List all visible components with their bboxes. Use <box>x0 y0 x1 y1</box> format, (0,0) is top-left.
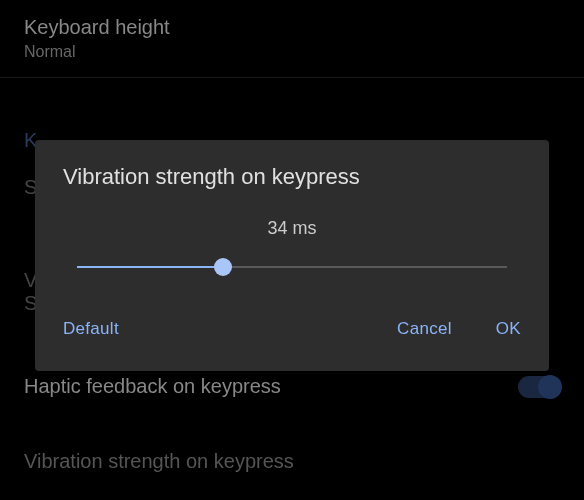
keyboard-height-title: Keyboard height <box>24 16 560 39</box>
haptic-toggle-switch[interactable] <box>518 376 560 398</box>
keyboard-height-value: Normal <box>24 43 560 61</box>
vibration-slider[interactable] <box>77 255 507 279</box>
default-button[interactable]: Default <box>59 311 123 347</box>
haptic-feedback-label: Haptic feedback on keypress <box>24 375 281 398</box>
ok-button[interactable]: OK <box>492 311 525 347</box>
slider-thumb[interactable] <box>214 258 232 276</box>
vibration-strength-item[interactable]: Vibration strength on keypress <box>0 434 584 489</box>
slider-fill <box>77 266 223 268</box>
dialog-actions: Default Cancel OK <box>59 307 525 347</box>
slider-value-label: 34 ms <box>59 218 525 239</box>
keyboard-height-item[interactable]: Keyboard height Normal <box>0 0 584 77</box>
vibration-dialog: Vibration strength on keypress 34 ms Def… <box>35 140 549 371</box>
cancel-button[interactable]: Cancel <box>393 311 456 347</box>
toggle-thumb <box>538 375 562 399</box>
dialog-title: Vibration strength on keypress <box>59 164 525 190</box>
